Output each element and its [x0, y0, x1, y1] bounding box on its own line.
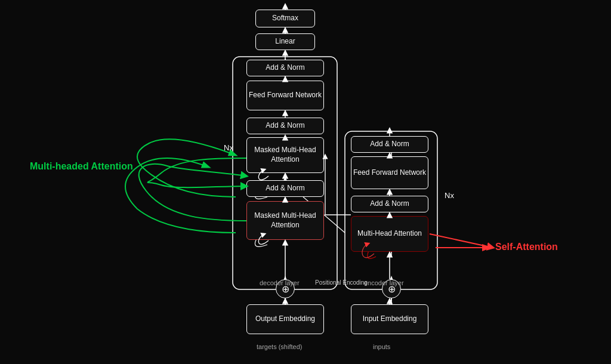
positional-encoding-text: Positional Encoding [315, 279, 368, 286]
encoder-add-norm-bot-label: Add & Norm [370, 199, 409, 209]
decoder-ffn: Feed Forward Network [246, 81, 324, 110]
self-attention-text: Self-Attention [495, 242, 558, 252]
inputs-text: inputs [373, 343, 390, 350]
decoder-masked-attn-top: Masked Multi-Head Attention [246, 137, 324, 173]
decoder-masked-attn-top-label: Masked Multi-Head Attention [247, 146, 323, 164]
linear-box: Linear [255, 33, 315, 50]
softmax-box: Softmax [255, 10, 315, 27]
linear-label: Linear [275, 37, 295, 47]
decoder-add-norm-top-label: Add & Norm [266, 63, 304, 73]
input-embedding-box: Input Embedding [351, 304, 428, 334]
decoder-layer-label: decoder layer [260, 279, 300, 286]
output-embedding-box: Output Embedding [246, 304, 324, 334]
decoder-ffn-label: Feed Forward Network [249, 91, 322, 100]
decoder-add-norm-top: Add & Norm [246, 60, 324, 76]
decoder-add-norm-mid: Add & Norm [246, 118, 324, 134]
positional-encoding-label: Positional Encoding [306, 279, 377, 286]
targets-text: targets (shifted) [257, 343, 302, 350]
softmax-label: Softmax [272, 14, 298, 23]
encoder-add-norm-top-label: Add & Norm [370, 140, 409, 149]
output-embedding-label: Output Embedding [255, 314, 315, 324]
encoder-nx-text: Nx [445, 191, 454, 200]
multi-headed-attention-label: Multi-headed Attention [30, 161, 133, 172]
encoder-multi-head-attn-label: Multi-Head Attention [357, 229, 422, 239]
decoder-layer-text: decoder layer [260, 279, 300, 286]
decoder-add-norm-bot: Add & Norm [246, 180, 324, 197]
input-embedding-label: Input Embedding [363, 314, 417, 324]
decoder-add-norm-mid-label: Add & Norm [266, 121, 304, 131]
encoder-multi-head-attn: Multi-Head Attention [351, 216, 428, 252]
encoder-ffn-label: Feed Forward Network [353, 168, 426, 178]
decoder-masked-attn-bot-label: Masked Multi-Head Attention [247, 211, 323, 230]
targets-label: targets (shifted) [257, 343, 302, 350]
inputs-label: inputs [373, 343, 390, 350]
diagram-container: Softmax Linear Add & Norm Feed Forward N… [0, 0, 611, 364]
decoder-add-norm-bot-label: Add & Norm [266, 184, 304, 193]
encoder-nx: Nx [445, 191, 454, 200]
multi-headed-attention-text: Multi-headed Attention [30, 161, 133, 171]
decoder-nx: Nx [224, 143, 233, 152]
self-attention-label: Self-Attention [495, 242, 558, 252]
encoder-add-norm-bot: Add & Norm [351, 196, 428, 212]
encoder-ffn: Feed Forward Network [351, 156, 428, 189]
decoder-masked-attn-bot: Masked Multi-Head Attention [246, 201, 324, 240]
decoder-nx-text: Nx [224, 143, 233, 152]
encoder-add-norm-top: Add & Norm [351, 136, 428, 153]
